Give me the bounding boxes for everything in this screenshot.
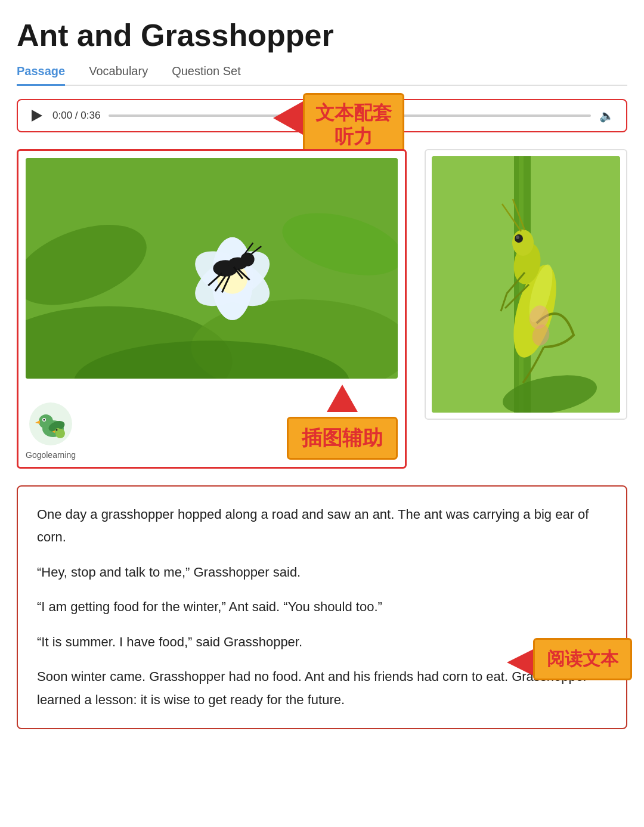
tab-question-set[interactable]: Question Set xyxy=(172,64,241,86)
svg-rect-34 xyxy=(519,156,524,413)
svg-point-11 xyxy=(241,252,255,266)
reading-annotation-box: 阅读文本 xyxy=(533,638,632,680)
tab-vocabulary[interactable]: Vocabulary xyxy=(89,64,148,86)
paragraph-3: “I am getting food for the winter,” Ant … xyxy=(37,596,607,619)
svg-point-29 xyxy=(55,428,61,434)
arrow-up-icon xyxy=(327,385,358,412)
svg-point-26 xyxy=(44,419,45,420)
text-section: One day a grasshopper hopped along a roa… xyxy=(17,485,627,730)
paragraph-2: “Hey, stop and talk to me,” Grasshopper … xyxy=(37,561,607,584)
volume-icon[interactable]: 🔈 xyxy=(599,109,614,123)
images-section: Gogolearning 插图辅助 xyxy=(17,149,627,469)
paragraph-1: One day a grasshopper hopped along a roa… xyxy=(37,503,607,549)
ant-image-wrapper: Gogolearning 插图辅助 xyxy=(17,149,407,469)
arrow-read-icon xyxy=(507,649,533,676)
audio-annotation-box: 文本配套 听力 xyxy=(303,93,404,156)
grasshopper-image xyxy=(432,156,620,413)
logo-label: Gogolearning xyxy=(26,450,76,460)
svg-point-37 xyxy=(512,230,534,256)
reading-annotation: 阅读文本 xyxy=(507,638,632,680)
tab-passage[interactable]: Passage xyxy=(17,64,65,86)
arrow-left-icon xyxy=(273,101,303,135)
gogolearning-logo-icon xyxy=(27,400,75,448)
image-annotation-box: 插图辅助 xyxy=(287,417,398,460)
audio-section: 0:00 / 0:36 🔈 文本配套 听力 xyxy=(17,99,627,132)
svg-point-39 xyxy=(516,236,519,239)
page-title: Ant and Grasshopper xyxy=(17,18,627,54)
ant-image xyxy=(26,158,398,379)
audio-annotation: 文本配套 听力 xyxy=(273,93,404,156)
svg-point-31 xyxy=(56,429,58,430)
grasshopper-image-wrapper xyxy=(425,149,627,420)
play-triangle-icon xyxy=(32,110,42,122)
tabs-bar: Passage Vocabulary Question Set xyxy=(17,64,627,86)
logo-area: Gogolearning xyxy=(26,400,76,460)
audio-time: 0:00 / 0:36 xyxy=(52,110,100,122)
page-container: Ant and Grasshopper Passage Vocabulary Q… xyxy=(0,0,644,827)
play-button[interactable] xyxy=(30,109,44,123)
